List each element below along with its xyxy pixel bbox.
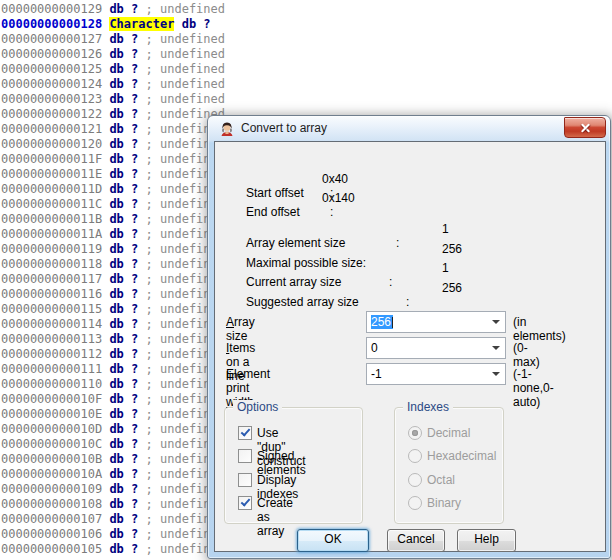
- listing-line[interactable]: 0000000000011B db ? ; undefined: [1, 212, 225, 227]
- listing-address: 00000000000108: [1, 497, 102, 511]
- listing-line[interactable]: 00000000000109 db ? ; undefined: [1, 482, 225, 497]
- listing-address: 00000000000118: [1, 257, 102, 271]
- listing-address: 00000000000126: [1, 47, 102, 61]
- dialog-titlebar[interactable]: Convert to array: [208, 116, 610, 141]
- listing-keyword: db ?: [109, 167, 138, 181]
- listing-line[interactable]: 00000000000122 db ? ; undefined: [1, 107, 225, 122]
- listing-line[interactable]: 0000000000011D db ? ; undefined: [1, 182, 225, 197]
- listing-line[interactable]: 0000000000010E db ? ; undefined: [1, 407, 225, 422]
- listing-address: 00000000000105: [1, 542, 102, 556]
- listing-line[interactable]: 00000000000125 db ? ; undefined: [1, 62, 225, 77]
- array-size-combobox[interactable]: 256: [366, 311, 506, 333]
- info-row-maximal-size: Maximal possible size:256: [226, 242, 366, 257]
- ok-button[interactable]: OK: [297, 529, 369, 552]
- checkbox-icon: [238, 496, 252, 510]
- help-button[interactable]: Help: [457, 529, 516, 552]
- listing-comment: ; undefined: [146, 47, 225, 61]
- radio-icon: [408, 426, 422, 440]
- listing-line[interactable]: 00000000000116 db ? ; undefined: [1, 287, 225, 302]
- listing-line[interactable]: 00000000000112 db ? ; undefined: [1, 347, 225, 362]
- listing-line[interactable]: 0000000000011E db ? ; undefined: [1, 167, 225, 182]
- listing-line[interactable]: 00000000000123 db ? ; undefined: [1, 92, 225, 107]
- dropdown-arrow-icon[interactable]: [492, 346, 500, 350]
- listing-line[interactable]: 00000000000113 db ? ; undefined: [1, 332, 225, 347]
- listing-line[interactable]: 00000000000115 db ? ; undefined: [1, 302, 225, 317]
- listing-address: 0000000000010C: [1, 437, 102, 451]
- listing-keyword: db ?: [109, 197, 138, 211]
- listing-address: 00000000000110: [1, 377, 102, 391]
- combobox-value: 0: [371, 341, 378, 355]
- listing-line[interactable]: 0000000000010B db ? ; undefined: [1, 452, 225, 467]
- element-print-width-combobox[interactable]: -1: [366, 363, 506, 385]
- listing-address: 00000000000116: [1, 287, 102, 301]
- listing-keyword: db ?: [109, 62, 138, 76]
- listing-address: 00000000000107: [1, 512, 102, 526]
- items-per-line-combobox[interactable]: 0: [366, 337, 506, 359]
- listing-keyword: db ?: [109, 347, 138, 361]
- radio-icon: [408, 449, 422, 463]
- listing-line[interactable]: 00000000000124 db ? ; undefined: [1, 77, 225, 92]
- listing-line[interactable]: 0000000000010C db ? ; undefined: [1, 437, 225, 452]
- listing-line[interactable]: 00000000000119 db ? ; undefined: [1, 242, 225, 257]
- listing-line[interactable]: 00000000000117 db ? ; undefined: [1, 272, 225, 287]
- dropdown-arrow-icon[interactable]: [492, 320, 500, 324]
- listing-comment: ; undefined: [146, 32, 225, 46]
- listing-address: 0000000000011A: [1, 227, 102, 241]
- listing-line[interactable]: 00000000000120 db ? ; undefined: [1, 137, 225, 152]
- listing-address: 00000000000129: [1, 2, 102, 16]
- listing-line[interactable]: 00000000000127 db ? ; undefined: [1, 32, 225, 47]
- listing-line[interactable]: 00000000000114 db ? ; undefined: [1, 317, 225, 332]
- disassembly-listing: 0000000000012A db ? ; undefined000000000…: [1, 0, 225, 557]
- listing-line[interactable]: 0000000000011F db ? ; undefined: [1, 152, 225, 167]
- listing-keyword: db ?: [109, 542, 138, 556]
- info-row-suggested-size: Suggested array size:256: [226, 281, 409, 296]
- listing-keyword: db ?: [109, 437, 138, 451]
- listing-line[interactable]: 0000000000011C db ? ; undefined: [1, 197, 225, 212]
- radio-icon: [408, 473, 422, 487]
- listing-comment: ; undefined: [146, 62, 225, 76]
- listing-line[interactable]: 00000000000118 db ? ; undefined: [1, 257, 225, 272]
- info-row-end-offset: End offset:0x140: [226, 191, 333, 206]
- array-size-hint: (in elements): [513, 315, 566, 343]
- dialog-title: Convert to array: [241, 116, 327, 141]
- listing-address: 00000000000112: [1, 347, 102, 361]
- listing-line[interactable]: 00000000000126 db ? ; undefined: [1, 47, 225, 62]
- listing-address: 0000000000011F: [1, 152, 102, 166]
- listing-keyword: db ?: [109, 407, 138, 421]
- items-per-line-hint: (0-max): [513, 341, 540, 369]
- close-icon: [581, 123, 590, 132]
- listing-address: 0000000000011C: [1, 197, 102, 211]
- options-group: Options Use "dup" construct Signed eleme…: [224, 407, 363, 524]
- listing-line[interactable]: 0000000000010A db ? ; undefined: [1, 467, 225, 482]
- listing-line[interactable]: 00000000000105 db ? ; undefined: [1, 542, 225, 557]
- listing-comment: ; undefined: [146, 0, 225, 1]
- close-button[interactable]: [564, 117, 606, 138]
- listing-line[interactable]: 0000000000010D db ? ; undefined: [1, 422, 225, 437]
- listing-line[interactable]: 00000000000107 db ? ; undefined: [1, 512, 225, 527]
- listing-line[interactable]: 0000000000010F db ? ; undefined: [1, 392, 225, 407]
- listing-line[interactable]: 00000000000111 db ? ; undefined: [1, 362, 225, 377]
- listing-address: 00000000000123: [1, 92, 102, 106]
- listing-keyword: db ?: [109, 152, 138, 166]
- listing-comment: ; undefined: [146, 77, 225, 91]
- listing-address: 00000000000124: [1, 77, 102, 91]
- listing-address: 0000000000010F: [1, 392, 102, 406]
- dropdown-arrow-icon[interactable]: [492, 372, 500, 376]
- listing-keyword: db ?: [109, 497, 138, 511]
- listing-line[interactable]: 0000000000011A db ? ; undefined: [1, 227, 225, 242]
- listing-line[interactable]: 00000000000128 Character db ?: [1, 17, 225, 32]
- listing-keyword: db ?: [109, 422, 138, 436]
- listing-line[interactable]: 00000000000121 db ? ; undefined: [1, 122, 225, 137]
- listing-line[interactable]: 00000000000110 db ? ; undefined: [1, 377, 225, 392]
- options-group-title: Options: [233, 400, 282, 414]
- listing-keyword: db ?: [109, 467, 138, 481]
- listing-address: 00000000000106: [1, 527, 102, 541]
- listing-label: Character: [109, 17, 174, 31]
- listing-line[interactable]: 00000000000108 db ? ; undefined: [1, 497, 225, 512]
- listing-keyword: db ?: [109, 482, 138, 496]
- info-row-start-offset: Start offset:0x40: [226, 172, 333, 187]
- listing-line[interactable]: 00000000000129 db ? ; undefined: [1, 2, 225, 17]
- listing-line[interactable]: 00000000000106 db ? ; undefined: [1, 527, 225, 542]
- cancel-button[interactable]: Cancel: [387, 529, 445, 552]
- dialog-body: Start offset:0x40 End offset:0x140 Array…: [214, 141, 606, 552]
